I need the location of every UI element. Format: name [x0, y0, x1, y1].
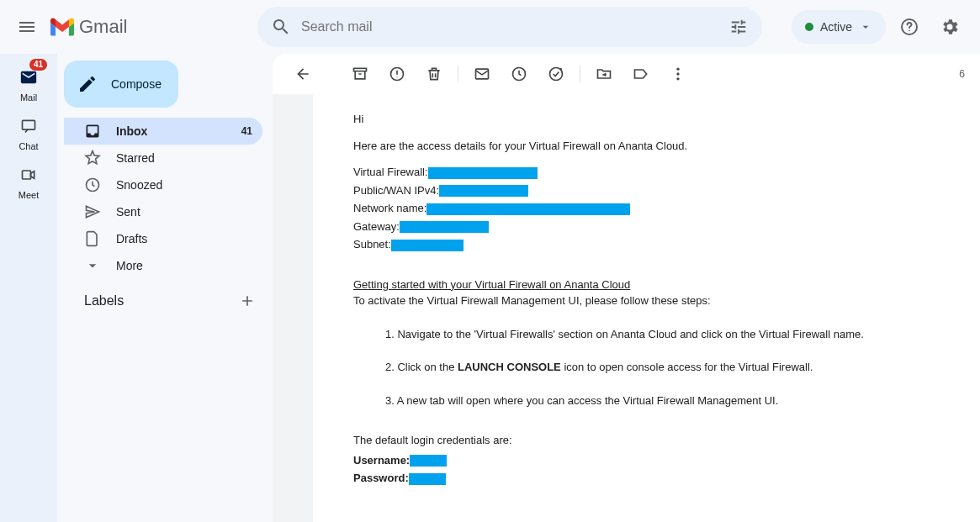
- arrow-left-icon: [294, 66, 311, 82]
- redacted-value: [391, 240, 464, 251]
- rail-chat[interactable]: Chat: [5, 109, 52, 155]
- redacted-value: [409, 473, 446, 485]
- rail-meet[interactable]: Meet: [5, 158, 52, 203]
- gmail-logo[interactable]: Gmail: [47, 16, 207, 38]
- search-bar[interactable]: [257, 7, 762, 47]
- support-button[interactable]: [893, 10, 926, 44]
- message-toolbar: 6: [273, 54, 980, 94]
- chat-icon: [20, 118, 37, 134]
- send-icon: [84, 203, 101, 220]
- mail-badge: 41: [29, 59, 47, 71]
- inbox-icon: [84, 123, 101, 140]
- nav-starred[interactable]: Starred: [64, 145, 262, 171]
- email-body: Hi Here are the access details for your …: [313, 94, 884, 522]
- redacted-value: [400, 221, 489, 233]
- folder-move-icon: [596, 66, 612, 82]
- snooze-button[interactable]: [502, 57, 536, 91]
- nav-drafts[interactable]: Drafts: [64, 225, 262, 252]
- archive-button[interactable]: [343, 57, 377, 91]
- main-menu-button[interactable]: [7, 7, 47, 47]
- search-input[interactable]: [298, 19, 722, 34]
- svg-point-10: [676, 68, 679, 71]
- settings-button[interactable]: [933, 10, 967, 44]
- svg-rect-2: [23, 120, 35, 129]
- spam-icon: [389, 66, 405, 82]
- label-icon: [633, 66, 649, 82]
- search-button[interactable]: [264, 10, 298, 44]
- search-icon: [271, 17, 291, 37]
- delete-button[interactable]: [417, 57, 451, 91]
- redacted-value: [428, 167, 538, 179]
- chevron-down-icon: [859, 20, 872, 34]
- plus-icon: [239, 293, 256, 309]
- sidebar: Compose Inbox 41 Starred Snoozed Sent Dr…: [57, 54, 273, 522]
- spam-button[interactable]: [380, 57, 414, 91]
- pencil-icon: [77, 74, 98, 94]
- svg-point-12: [676, 77, 679, 80]
- gmail-logo-icon: [50, 18, 74, 36]
- svg-rect-3: [23, 171, 31, 179]
- back-button[interactable]: [286, 57, 320, 91]
- nav-snoozed[interactable]: Snoozed: [64, 171, 262, 198]
- labels-button[interactable]: [624, 57, 658, 91]
- status-chip[interactable]: Active: [792, 10, 886, 44]
- labels-heading: Labels: [84, 293, 124, 308]
- task-icon: [548, 66, 564, 82]
- nav-inbox[interactable]: Inbox 41: [64, 118, 262, 145]
- status-dot-icon: [805, 23, 813, 31]
- file-icon: [84, 230, 101, 247]
- svg-point-11: [676, 72, 679, 75]
- mail-icon: [19, 68, 38, 87]
- envelope-icon: [474, 66, 490, 82]
- archive-icon: [352, 66, 368, 82]
- video-icon: [20, 166, 37, 183]
- status-label: Active: [820, 20, 852, 34]
- menu-icon: [17, 17, 37, 37]
- app-name: Gmail: [74, 16, 127, 38]
- tune-icon: [729, 18, 748, 36]
- redacted-value: [439, 185, 528, 197]
- svg-rect-5: [354, 68, 367, 71]
- message-counter: 6: [959, 68, 967, 80]
- left-rail: 41 Mail Chat Meet: [0, 54, 57, 522]
- mark-unread-button[interactable]: [465, 57, 499, 91]
- rail-mail[interactable]: 41 Mail: [5, 61, 52, 106]
- add-label-button[interactable]: [239, 293, 256, 309]
- section-title: Getting started with your Virtual Firewa…: [353, 277, 864, 293]
- gear-icon: [940, 17, 960, 37]
- chevron-down-icon: [84, 257, 101, 274]
- star-icon: [84, 150, 101, 166]
- trash-icon: [426, 66, 442, 82]
- compose-button[interactable]: Compose: [64, 61, 178, 108]
- redacted-value: [410, 455, 447, 467]
- more-button[interactable]: [661, 57, 695, 91]
- more-vert-icon: [670, 66, 686, 82]
- clock-icon: [84, 177, 101, 193]
- search-options-button[interactable]: [722, 10, 755, 44]
- add-task-button[interactable]: [539, 57, 573, 91]
- nav-more[interactable]: More: [64, 252, 262, 279]
- redacted-value: [426, 203, 630, 215]
- move-to-button[interactable]: [587, 57, 621, 91]
- nav-sent[interactable]: Sent: [64, 198, 262, 225]
- svg-point-1: [908, 30, 910, 32]
- main-pane: 6 Hi Here are the access details for you…: [273, 54, 980, 522]
- clock-icon: [511, 66, 527, 82]
- help-icon: [899, 17, 919, 37]
- thread-gutter: [273, 94, 313, 522]
